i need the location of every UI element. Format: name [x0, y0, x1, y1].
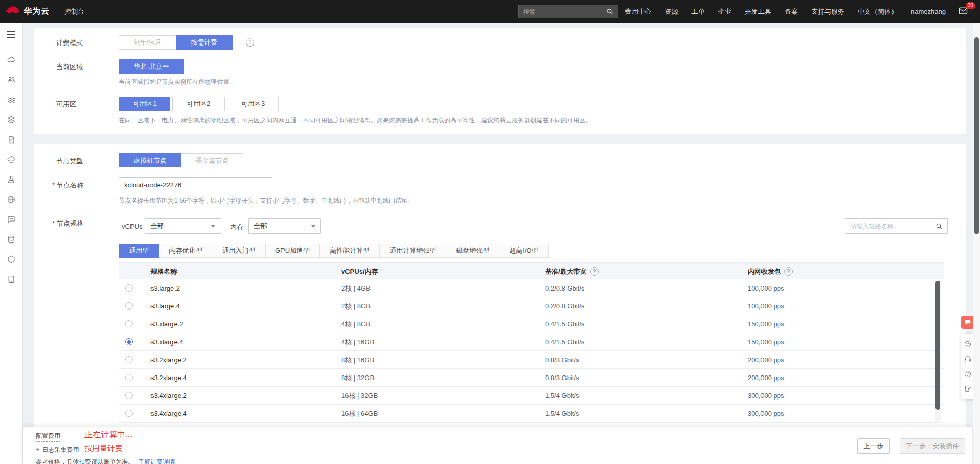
- search-icon[interactable]: [606, 8, 614, 15]
- memory-filter-select[interactable]: 全部: [248, 218, 321, 234]
- global-search-input[interactable]: [523, 8, 606, 15]
- nav-hexagon-icon[interactable]: [7, 255, 16, 264]
- spec-bandwidth: 0.8/3 Gbit/s: [545, 351, 579, 369]
- billing-ondemand-option[interactable]: 按需计费: [176, 35, 233, 50]
- search-icon[interactable]: [935, 222, 943, 230]
- table-row[interactable]: s3.large.4 2核 | 8GB 0.2/0.8 Gbit/s 100,0…: [119, 297, 944, 315]
- brand-title[interactable]: 华为云: [24, 6, 50, 17]
- tab-hpc[interactable]: 高性能计算型: [319, 244, 380, 258]
- vm-node-option[interactable]: 虚拟机节点: [119, 153, 181, 167]
- table-row[interactable]: s3.4xlarge.2 16核 | 32GB 1.5/4 Gbit/s 300…: [119, 387, 944, 405]
- nav-cloud-icon[interactable]: [7, 55, 16, 64]
- nav-cloud-service-icon[interactable]: [7, 155, 16, 164]
- spec-radio[interactable]: [125, 392, 133, 399]
- az3-option[interactable]: 可用区3: [227, 97, 279, 111]
- spec-search-input[interactable]: [851, 223, 935, 230]
- spec-radio-selected[interactable]: [125, 338, 133, 345]
- topnav-tickets[interactable]: 工单: [685, 7, 711, 16]
- billing-yearly-option[interactable]: 包年/包月: [119, 35, 176, 50]
- top-navbar: 华为云 控制台 费用中心 资源 工单 企业 开发工具 备案 支持与服务 中文（简…: [0, 0, 980, 23]
- spec-radio[interactable]: [125, 356, 133, 363]
- pps-help-icon[interactable]: ?: [784, 267, 793, 276]
- table-scrollbar[interactable]: [935, 280, 941, 423]
- node-name-input[interactable]: [119, 177, 272, 192]
- region-label: 当前区域: [56, 62, 83, 72]
- global-search[interactable]: [518, 5, 618, 18]
- table-row[interactable]: s3.4xlarge.4 16核 | 64GB 1.5/4 Gbit/s 300…: [119, 405, 944, 423]
- tab-memory-optimized[interactable]: 内存优化型: [159, 244, 212, 258]
- nav-database-icon[interactable]: [7, 235, 16, 244]
- headset-icon[interactable]: [964, 355, 972, 363]
- page-scrollbar[interactable]: [973, 23, 980, 464]
- nav-globe-icon[interactable]: [7, 195, 16, 204]
- tab-general-enhanced[interactable]: 通用计算增强型: [379, 244, 446, 258]
- spec-bandwidth: 0.4/1.5 Gbit/s: [545, 333, 584, 351]
- spec-bandwidth: 0.4/1.5 Gbit/s: [545, 315, 584, 333]
- tab-ultra-io[interactable]: 超高I/O型: [499, 244, 548, 258]
- survey-pencil-icon[interactable]: [964, 385, 972, 393]
- cost-footer: 配置费用 正在计算中... +日志采集费用 按用量计费 参考价格，具体扣费请以账…: [23, 427, 972, 464]
- huawei-logo-icon[interactable]: [6, 5, 19, 18]
- nav-chat-icon[interactable]: [7, 215, 16, 224]
- chevron-down-icon: [211, 225, 215, 228]
- spec-radio[interactable]: [125, 374, 133, 381]
- spec-vcpu-mem: 4核 | 16GB: [341, 333, 374, 351]
- tab-general-entry[interactable]: 通用入门型: [212, 244, 266, 258]
- memory-filter-label: 内存: [230, 223, 244, 232]
- bandwidth-help-icon[interactable]: ?: [590, 267, 599, 276]
- spec-pps: 200,000 pps: [748, 369, 785, 387]
- topnav-resources[interactable]: 资源: [658, 7, 685, 16]
- topnav-support[interactable]: 支持与服务: [804, 7, 851, 16]
- az2-option[interactable]: 可用区2: [172, 97, 225, 111]
- az1-option[interactable]: 可用区1: [119, 97, 170, 111]
- nav-users-icon[interactable]: [7, 75, 16, 84]
- topnav-language[interactable]: 中文（简体）: [851, 7, 904, 16]
- next-step-button[interactable]: 下一步：安装插件: [900, 438, 965, 454]
- spec-pps: 150,000 pps: [748, 333, 785, 351]
- tab-general[interactable]: 通用型: [119, 244, 159, 258]
- region-button[interactable]: 华北-北京一: [119, 59, 184, 74]
- spec-name: s3.4xlarge.2: [150, 387, 187, 405]
- smiley-icon[interactable]: [964, 340, 972, 348]
- previous-step-button[interactable]: 上一步: [857, 438, 890, 454]
- menu-toggle-icon[interactable]: [7, 31, 15, 38]
- table-row[interactable]: s3.2xlarge.2 8核 | 16GB 0.8/3 Gbit/s 200,…: [119, 351, 944, 369]
- page-scrollbar-thumb[interactable]: [974, 37, 979, 234]
- help-circle-icon[interactable]: [964, 370, 972, 378]
- spec-name: s3.large.2: [150, 279, 180, 297]
- topnav-icp-filing[interactable]: 备案: [778, 7, 804, 16]
- table-row[interactable]: s3.2xlarge.4 8核 | 32GB 0.8/3 Gbit/s 200,…: [119, 369, 944, 387]
- topnav-enterprise[interactable]: 企业: [711, 7, 738, 16]
- config-cost-label[interactable]: 配置费用: [36, 432, 60, 442]
- tab-disk-enhanced[interactable]: 磁盘增强型: [446, 244, 499, 258]
- nav-waves-icon[interactable]: [7, 95, 16, 104]
- table-row[interactable]: s3.large.2 2核 | 4GB 0.2/0.8 Gbit/s 100,0…: [119, 279, 944, 297]
- vcpus-filter-select[interactable]: 全部: [145, 218, 221, 234]
- table-row[interactable]: s3.xlarge.2 4核 | 8GB 0.4/1.5 Gbit/s 150,…: [119, 315, 944, 333]
- topnav-devtools[interactable]: 开发工具: [738, 7, 778, 16]
- messages-button[interactable]: 30: [957, 6, 971, 18]
- spec-name: s3.xlarge.2: [150, 315, 183, 333]
- nav-layers-icon[interactable]: [7, 115, 16, 124]
- nav-document-icon[interactable]: [7, 135, 16, 144]
- nav-clipboard-icon[interactable]: [7, 275, 16, 284]
- spec-radio[interactable]: [125, 302, 133, 310]
- billing-help-icon[interactable]: ?: [246, 38, 254, 47]
- console-link[interactable]: 控制台: [64, 7, 84, 16]
- tab-gpu[interactable]: GPU加速型: [265, 244, 320, 258]
- topnav-username[interactable]: namezhang: [904, 8, 952, 15]
- spec-vcpu-mem: 4核 | 8GB: [341, 315, 371, 333]
- topnav-billing-center[interactable]: 费用中心: [618, 7, 658, 16]
- spec-search-box[interactable]: [845, 218, 948, 234]
- nav-flask-icon[interactable]: [7, 175, 16, 184]
- spec-pps: 100,000 pps: [748, 297, 785, 315]
- spec-radio[interactable]: [125, 410, 133, 417]
- billing-detail-link[interactable]: 了解计费详情: [138, 458, 175, 464]
- table-scrollbar-thumb[interactable]: [935, 281, 940, 410]
- baremetal-node-option[interactable]: 裸金属节点: [181, 153, 243, 167]
- table-row-selected[interactable]: s3.xlarge.4 4核 | 16GB 0.4/1.5 Gbit/s 150…: [119, 333, 944, 351]
- log-cost-label: +日志采集费用: [36, 446, 79, 454]
- spec-bandwidth: 0.2/0.8 Gbit/s: [545, 279, 584, 297]
- spec-radio[interactable]: [125, 284, 133, 292]
- spec-radio[interactable]: [125, 320, 133, 327]
